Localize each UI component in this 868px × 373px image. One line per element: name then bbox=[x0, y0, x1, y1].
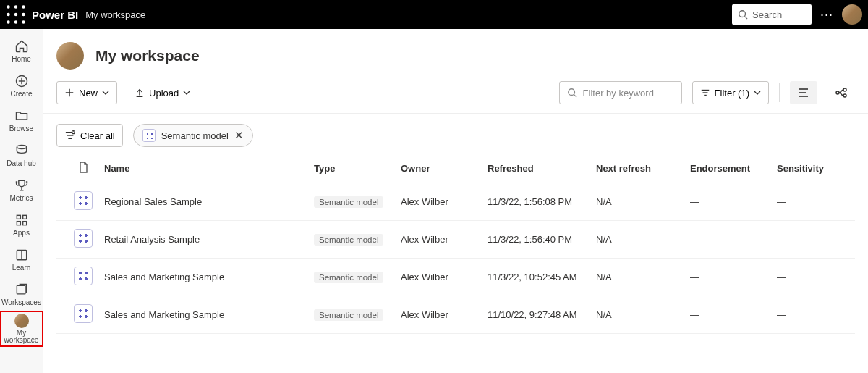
nav-browse[interactable]: Browse bbox=[0, 103, 43, 138]
semantic-model-icon bbox=[74, 191, 93, 210]
items-table: Name Type Owner Refreshed Next refresh E… bbox=[56, 154, 855, 334]
filter-chip-semantic-model[interactable]: Semantic model ✕ bbox=[133, 124, 253, 147]
clear-filter-icon bbox=[64, 130, 76, 141]
filter-keyword-input[interactable]: Filter by keyword bbox=[559, 81, 682, 104]
cell-sensitivity: — bbox=[771, 183, 855, 221]
svg-line-25 bbox=[574, 95, 576, 98]
cell-sensitivity: — bbox=[771, 221, 855, 259]
cell-endorsement: — bbox=[684, 296, 771, 334]
upload-button-label: Upload bbox=[149, 88, 179, 99]
new-button[interactable]: New bbox=[56, 81, 117, 104]
table-header-row: Name Type Owner Refreshed Next refresh E… bbox=[56, 154, 855, 183]
col-sensitivity[interactable]: Sensitivity bbox=[771, 154, 855, 183]
cell-owner: Alex Wilber bbox=[395, 259, 482, 296]
cell-endorsement: — bbox=[684, 183, 771, 221]
svg-point-24 bbox=[568, 89, 574, 96]
semantic-model-icon bbox=[74, 229, 93, 248]
svg-point-14 bbox=[17, 145, 26, 148]
chevron-down-icon bbox=[102, 89, 109, 96]
cell-owner: Alex Wilber bbox=[395, 183, 482, 221]
app-launcher-icon[interactable] bbox=[6, 4, 26, 25]
cell-name[interactable]: Sales and Marketing Sample bbox=[98, 296, 308, 334]
svg-point-7 bbox=[14, 20, 18, 24]
nav-workspaces[interactable]: Workspaces bbox=[0, 277, 43, 311]
nav-apps[interactable]: Apps bbox=[0, 207, 43, 242]
chevron-down-icon bbox=[183, 89, 190, 96]
cell-nextrefresh: N/A bbox=[590, 296, 684, 334]
apps-icon bbox=[14, 213, 29, 227]
table-row[interactable]: Sales and Marketing SampleSemantic model… bbox=[56, 296, 855, 334]
global-search[interactable]: Search bbox=[732, 4, 812, 25]
nav-datahub-label: Data hub bbox=[7, 159, 36, 167]
workspace-avatar bbox=[56, 42, 84, 70]
nav-datahub[interactable]: Data hub bbox=[0, 138, 43, 172]
semantic-model-icon bbox=[142, 129, 156, 142]
svg-point-6 bbox=[7, 20, 10, 24]
file-icon bbox=[78, 162, 88, 173]
search-placeholder: Search bbox=[752, 9, 782, 20]
col-icon[interactable] bbox=[56, 154, 98, 183]
cell-type: Semantic model bbox=[308, 296, 395, 334]
col-nextrefresh[interactable]: Next refresh bbox=[590, 154, 684, 183]
search-icon bbox=[738, 9, 748, 20]
svg-point-1 bbox=[14, 5, 18, 9]
table-row[interactable]: Retail Analysis SampleSemantic modelAlex… bbox=[56, 221, 855, 259]
svg-point-4 bbox=[14, 13, 18, 17]
table-row[interactable]: Regional Sales SampleSemantic modelAlex … bbox=[56, 183, 855, 221]
cell-name[interactable]: Sales and Marketing Sample bbox=[98, 259, 308, 296]
svg-point-5 bbox=[22, 13, 25, 17]
clear-all-label: Clear all bbox=[80, 130, 115, 141]
cell-nextrefresh: N/A bbox=[590, 221, 684, 259]
svg-rect-17 bbox=[17, 221, 20, 225]
nav-home-label: Home bbox=[12, 55, 31, 63]
user-avatar[interactable] bbox=[842, 4, 862, 25]
cell-sensitivity: — bbox=[771, 259, 855, 296]
cell-refreshed: 11/10/22, 9:27:48 AM bbox=[482, 296, 590, 334]
cell-refreshed: 11/3/22, 1:56:40 PM bbox=[482, 221, 590, 259]
cell-owner: Alex Wilber bbox=[395, 221, 482, 259]
list-view-button[interactable] bbox=[790, 81, 817, 104]
plus-circle-icon bbox=[14, 74, 29, 88]
nav-metrics[interactable]: Metrics bbox=[0, 172, 43, 207]
nav-learn[interactable]: Learn bbox=[0, 242, 43, 277]
cell-sensitivity: — bbox=[771, 296, 855, 334]
col-refreshed[interactable]: Refreshed bbox=[482, 154, 590, 183]
filter-chip-label: Semantic model bbox=[161, 130, 229, 141]
cell-nextrefresh: N/A bbox=[590, 183, 684, 221]
nav-my-workspace[interactable]: My workspace bbox=[0, 311, 43, 346]
cell-refreshed: 11/3/22, 10:52:45 AM bbox=[482, 259, 590, 296]
more-menu-icon[interactable]: ··· bbox=[820, 7, 833, 22]
book-icon bbox=[14, 248, 29, 262]
nav-create-label: Create bbox=[10, 90, 32, 98]
plus-icon bbox=[64, 88, 75, 98]
workspaces-icon bbox=[14, 282, 29, 297]
new-button-label: New bbox=[79, 88, 98, 99]
col-type[interactable]: Type bbox=[308, 154, 395, 183]
svg-point-33 bbox=[843, 88, 846, 91]
clear-all-button[interactable]: Clear all bbox=[56, 124, 123, 147]
svg-rect-16 bbox=[22, 215, 26, 219]
upload-button[interactable]: Upload bbox=[127, 81, 197, 104]
search-icon bbox=[567, 88, 577, 98]
col-name[interactable]: Name bbox=[98, 154, 308, 183]
top-bar: Power BI My workspace Search ··· bbox=[0, 0, 868, 29]
lineage-view-button[interactable] bbox=[827, 81, 855, 104]
filter-button[interactable]: Filter (1) bbox=[692, 81, 769, 104]
nav-learn-label: Learn bbox=[12, 264, 31, 272]
toolbar: New Upload Filter by keyword Filter (1) bbox=[43, 81, 868, 114]
svg-point-32 bbox=[836, 91, 839, 94]
col-endorsement[interactable]: Endorsement bbox=[684, 154, 771, 183]
semantic-model-icon bbox=[74, 267, 93, 285]
filter-icon bbox=[700, 88, 710, 98]
table-row[interactable]: Sales and Marketing SampleSemantic model… bbox=[56, 259, 855, 296]
close-icon[interactable]: ✕ bbox=[234, 129, 244, 142]
col-owner[interactable]: Owner bbox=[395, 154, 482, 183]
nav-create[interactable]: Create bbox=[0, 68, 43, 103]
datahub-icon bbox=[14, 143, 29, 158]
breadcrumb[interactable]: My workspace bbox=[85, 9, 145, 20]
cell-name[interactable]: Regional Sales Sample bbox=[98, 183, 308, 221]
cell-name[interactable]: Retail Analysis Sample bbox=[98, 221, 308, 259]
nav-home[interactable]: Home bbox=[0, 33, 43, 68]
svg-line-10 bbox=[745, 17, 748, 20]
lineage-icon bbox=[835, 86, 848, 99]
